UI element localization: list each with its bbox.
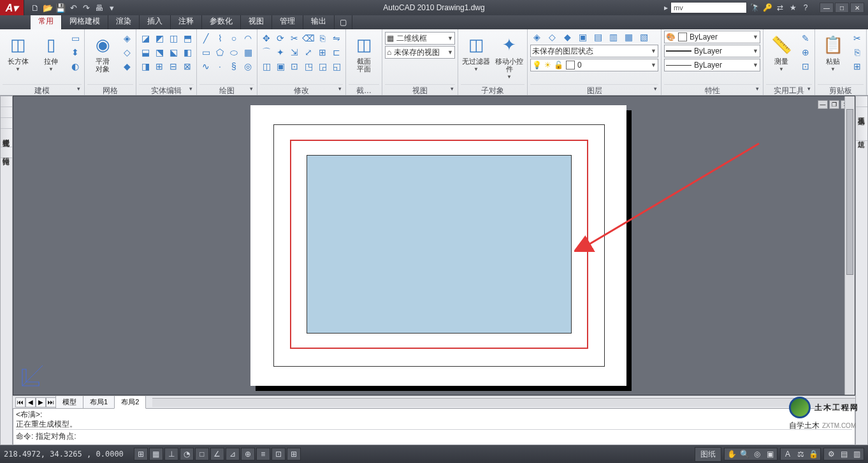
mod-icon[interactable]: ◫	[260, 60, 273, 73]
copy-icon[interactable]: ⎘	[316, 32, 329, 45]
grid-toggle-icon[interactable]: ▦	[149, 448, 163, 460]
tab-model[interactable]: 模型	[55, 395, 83, 409]
sc-toggle-icon[interactable]: ⊞	[287, 448, 301, 460]
command-window[interactable]: <布满>: 正在重生成模型。 命令: 指定对角点:	[13, 408, 855, 445]
maximize-button[interactable]: □	[835, 3, 849, 13]
pan-icon[interactable]: ✋	[726, 450, 737, 459]
otrack-toggle-icon[interactable]: ∠	[210, 448, 224, 460]
annoscale-icon[interactable]: A	[782, 450, 793, 459]
section-button[interactable]: ◫ 截面 平面	[349, 31, 379, 73]
palette-lights[interactable]: 模型中的光源	[1, 107, 12, 118]
annolock-icon[interactable]: 🔒	[807, 450, 819, 459]
binoculars-icon[interactable]: 🔭	[749, 3, 760, 12]
annovis-icon[interactable]: ⚖	[795, 450, 806, 459]
panel-expand-icon[interactable]: ▾	[77, 85, 80, 92]
smooth-button[interactable]: ◉ 平滑 对象	[87, 31, 118, 73]
panel-expand-icon[interactable]: ▾	[654, 85, 657, 92]
minimize-button[interactable]: —	[820, 3, 834, 13]
stretch-icon[interactable]: ⇲	[288, 46, 301, 59]
layer-icon[interactable]: ◇	[546, 31, 558, 43]
search-play-icon[interactable]: ▸	[664, 3, 668, 12]
layer-icon[interactable]: ▧	[637, 31, 650, 43]
copy-icon[interactable]: ⎘	[851, 46, 864, 59]
app-menu-button[interactable]: A▾	[0, 0, 24, 15]
mod-icon[interactable]: ⊡	[288, 60, 301, 73]
tab-view[interactable]: 视图	[241, 13, 272, 29]
mirror-icon[interactable]: ⇋	[330, 32, 343, 45]
linetype-combo[interactable]: ByLayer▼	[664, 59, 760, 71]
viewport[interactable]	[307, 155, 572, 334]
tab-next-icon[interactable]: ▶	[36, 397, 46, 408]
help-icon[interactable]: ?	[800, 3, 811, 12]
tab-common[interactable]: 常用	[31, 13, 62, 29]
lwt-toggle-icon[interactable]: ≡	[256, 448, 270, 460]
ortho-toggle-icon[interactable]: ⊥	[164, 448, 178, 460]
vertical-scrollbar[interactable]	[844, 96, 855, 395]
tab-output[interactable]: 输出	[303, 13, 335, 29]
snap-toggle-icon[interactable]: ⊞	[134, 448, 148, 460]
search-input[interactable]	[670, 2, 747, 13]
favorite-icon[interactable]: ★	[788, 3, 798, 12]
scale-icon[interactable]: ⤢	[302, 46, 315, 59]
layer-icon[interactable]: ▥	[607, 31, 619, 43]
se-icon[interactable]: ⬔	[153, 46, 166, 59]
undo-icon[interactable]: ↶	[68, 2, 79, 13]
showmotion-icon[interactable]: ▣	[764, 450, 776, 459]
se-icon[interactable]: ⬓	[139, 46, 152, 59]
polysolid-icon[interactable]: ▭	[69, 32, 82, 45]
util-icon[interactable]: ⊡	[799, 60, 812, 73]
se-icon[interactable]: ◧	[181, 46, 194, 59]
trim-icon[interactable]: ✂	[288, 32, 301, 45]
se-icon[interactable]: ⊟	[167, 60, 180, 73]
panel-expand-icon[interactable]: ▾	[807, 85, 811, 92]
cut-icon[interactable]: ✂	[851, 32, 864, 45]
palette-render[interactable]: 高级渲染设置	[1, 118, 12, 129]
mod-icon[interactable]: ◲	[316, 60, 329, 73]
hatch-icon[interactable]: ▦	[242, 46, 254, 59]
gizmo-button[interactable]: ✦ 移动小控件 ▼	[494, 31, 524, 80]
visualstyle-combo[interactable]: ▦二维线框▼	[385, 32, 455, 45]
horizontal-scrollbar[interactable]	[152, 398, 855, 407]
tab-layout1[interactable]: 布局1	[83, 395, 115, 409]
presspull-icon[interactable]: ⬍	[69, 46, 82, 59]
tab-last-icon[interactable]: ⏭	[46, 397, 56, 408]
redo-icon[interactable]: ↷	[80, 2, 92, 13]
match-icon[interactable]: ⊞	[851, 60, 864, 73]
panel-expand-icon[interactable]: ▾	[756, 85, 759, 92]
key-icon[interactable]: 🔑	[762, 3, 772, 12]
move-icon[interactable]: ✥	[260, 32, 273, 45]
open-icon[interactable]: 📂	[42, 2, 54, 13]
rotate-icon[interactable]: ⟳	[274, 32, 287, 45]
save-icon[interactable]: 💾	[55, 2, 66, 13]
box-button[interactable]: ◫ 长方体 ▼	[3, 31, 33, 72]
helix-icon[interactable]: §	[228, 60, 240, 73]
mesh-icon-1[interactable]: ◈	[120, 32, 133, 45]
dyn-toggle-icon[interactable]: ⊕	[241, 448, 255, 460]
offset-icon[interactable]: ⊏	[330, 46, 343, 59]
command-input-text[interactable]: 指定对角点:	[36, 431, 76, 442]
palette-sheetset[interactable]: 图纸集管理器	[856, 96, 867, 107]
se-icon[interactable]: ◫	[167, 32, 180, 45]
tab-render[interactable]: 渲染	[108, 13, 140, 29]
mod-icon[interactable]: ▣	[274, 60, 287, 73]
pline-icon[interactable]: ⌇	[213, 32, 226, 45]
explode-icon[interactable]: ✦	[274, 46, 287, 59]
circle-icon[interactable]: ○	[228, 32, 240, 45]
canvas-restore-icon[interactable]: ❐	[829, 100, 839, 109]
qat-dropdown-icon[interactable]: ▾	[106, 2, 117, 13]
panel-expand-icon[interactable]: ▾	[250, 85, 253, 92]
se-icon[interactable]: ⊞	[153, 60, 166, 73]
extrude-button[interactable]: ▯ 拉伸 ▼	[36, 31, 66, 72]
tab-parametric[interactable]: 参数化	[202, 13, 241, 29]
paste-button[interactable]: 📋 粘贴 ▼	[818, 31, 848, 72]
exchange-icon[interactable]: ⇄	[775, 3, 785, 12]
ellipse-icon[interactable]: ⬭	[228, 46, 240, 59]
se-icon[interactable]: ◩	[153, 32, 166, 45]
palette-material[interactable]: 材质	[1, 96, 12, 107]
panel-expand-icon[interactable]: ▾	[338, 85, 342, 92]
osnap-toggle-icon[interactable]: □	[195, 448, 209, 460]
tab-prev-icon[interactable]: ◀	[25, 397, 36, 408]
mesh-icon-2[interactable]: ◇	[120, 46, 133, 59]
rect-icon[interactable]: ▭	[199, 46, 212, 59]
qp-toggle-icon[interactable]: ⊡	[271, 448, 286, 460]
